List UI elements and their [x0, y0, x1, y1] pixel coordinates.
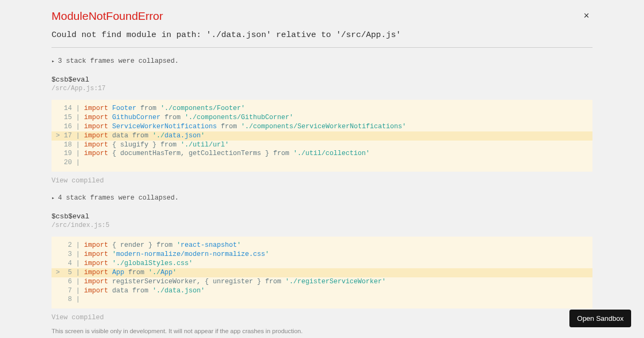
divider [52, 47, 592, 48]
stack-frame-name: $csb$eval [52, 212, 592, 221]
error-title: ModuleNotFoundError [52, 10, 163, 23]
code-block-2: 2 | import { render } from 'react-snapsh… [52, 237, 592, 308]
stack-frame-location: /src/index.js:5 [52, 222, 592, 229]
open-sandbox-button[interactable]: Open Sandbox [569, 310, 631, 327]
stack-frame-location: /src/App.js:17 [52, 85, 592, 92]
view-compiled-link[interactable]: View compiled [52, 177, 592, 185]
collapsed-frames-1[interactable]: 3 stack frames were collapsed. [52, 57, 592, 65]
close-icon[interactable]: × [580, 10, 592, 21]
view-compiled-link[interactable]: View compiled [52, 314, 592, 321]
stack-frame-name: $csb$eval [52, 76, 592, 84]
error-message: Could not find module in path: './data.j… [52, 30, 592, 40]
footer-line: Open your browser's developer console to… [52, 336, 592, 338]
footer-line: This screen is visible only in developme… [52, 327, 592, 336]
collapsed-frames-2[interactable]: 4 stack frames were collapsed. [52, 194, 592, 202]
code-block-1: 14 | import Footer from './components/Fo… [52, 100, 592, 172]
footer-text: This screen is visible only in developme… [52, 327, 592, 338]
